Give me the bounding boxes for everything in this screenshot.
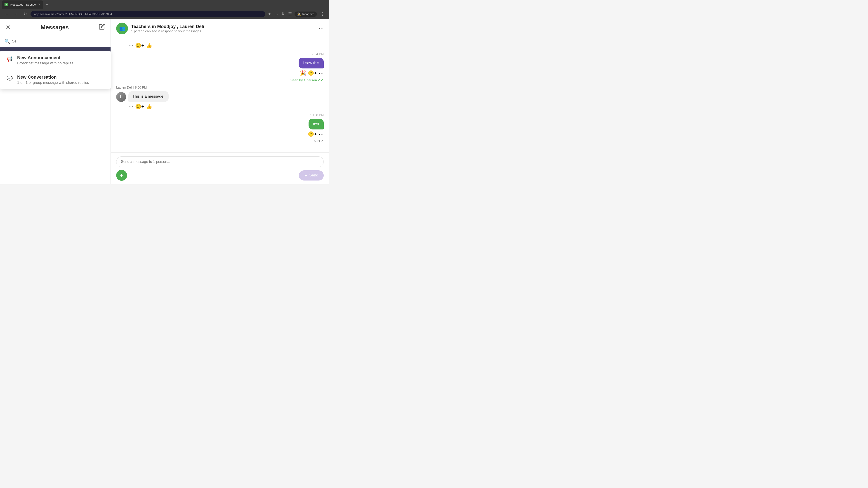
- sent-status-2: Sent ✓: [313, 139, 324, 142]
- chat-header-info: Teachers in Moodjoy , Lauren Deli 1 pers…: [131, 24, 315, 33]
- extensions-icon[interactable]: ⎵: [274, 11, 278, 18]
- close-tab-button[interactable]: ×: [38, 2, 40, 6]
- msg-received-row-2: L This is a message.: [116, 91, 324, 102]
- browser-chrome: S Messages - Seesaw × + ← → ↻ app.seesaw…: [0, 0, 329, 19]
- compose-dropdown: 📢 New Announcement Broadcast message wit…: [0, 51, 111, 89]
- seen-by-text-1: Seen by 1 person: [290, 78, 317, 82]
- message-input-area: + ➤ Send: [111, 153, 329, 184]
- message-sent-1: 7:04 PM I saw this 🎉 🙂+ ⋯ Seen by 1 pers…: [116, 52, 324, 82]
- sent-status-text-2: Sent: [313, 139, 320, 142]
- announcement-text: New Announcement Broadcast message with …: [17, 55, 73, 65]
- chat-area: 👥 Teachers in Moodjoy , Lauren Deli 1 pe…: [111, 19, 329, 184]
- sidebar-icon[interactable]: ☰: [287, 11, 293, 18]
- msg-bubble-sent-1: I saw this: [299, 58, 324, 68]
- message-reactions-1: ⋯ 🙂+ 👍: [116, 43, 324, 48]
- sidebar: ✕ Messages 🔍 📢 New Announcement Broadcas…: [0, 19, 111, 184]
- sidebar-title: Messages: [41, 24, 69, 31]
- navigation-bar: ← → ↻ app.seesaw.me/c/conv.01HR4FNQSKJRF…: [0, 9, 329, 19]
- thumbs-up-reaction-2[interactable]: 👍: [146, 104, 152, 109]
- tab-bar: S Messages - Seesaw × +: [0, 0, 329, 9]
- send-button[interactable]: ➤ Send: [299, 170, 324, 181]
- new-conversation-option[interactable]: 💬 New Conversation 1-on-1 or group messa…: [0, 70, 111, 89]
- more-reaction-button-2[interactable]: ⋯: [128, 104, 133, 109]
- message-reactions-2: ⋯ 🙂+ 👍: [116, 104, 324, 109]
- tab-favicon: S: [4, 3, 8, 6]
- new-announcement-option[interactable]: 📢 New Announcement Broadcast message wit…: [0, 51, 111, 70]
- conversation-text: New Conversation 1-on-1 or group message…: [17, 74, 89, 85]
- thumbs-up-reaction-1[interactable]: 👍: [146, 43, 152, 48]
- msg-time-1: 7:04 PM: [312, 52, 324, 56]
- forward-button[interactable]: →: [12, 11, 20, 18]
- sidebar-header: ✕ Messages: [0, 19, 111, 36]
- message-input-actions: + ➤ Send: [116, 170, 324, 181]
- smile-reaction-2[interactable]: 🙂+: [308, 131, 317, 137]
- party-reaction-1[interactable]: 🎉: [300, 70, 306, 76]
- compose-button[interactable]: [99, 24, 105, 31]
- announcement-subtitle: Broadcast message with no replies: [17, 61, 73, 65]
- add-reaction-button-2[interactable]: 🙂+: [135, 104, 144, 109]
- chat-header-avatar: 👥: [116, 23, 128, 34]
- smile-reaction-1[interactable]: 🙂+: [308, 70, 317, 76]
- address-bar[interactable]: app.seesaw.me/c/conv.01HR4FNQSKJRF4332PS…: [31, 11, 265, 17]
- chat-title: Teachers in Moodjoy , Lauren Deli: [131, 24, 315, 29]
- more-reaction-sent-2[interactable]: ⋯: [319, 131, 324, 137]
- more-options-button[interactable]: ⋮: [319, 11, 327, 18]
- msg-bubble-received-2: This is a message.: [128, 91, 168, 102]
- add-attachment-button[interactable]: +: [116, 170, 127, 181]
- chat-subtitle: 1 person can see & respond to your messa…: [131, 29, 315, 33]
- app-container: ✕ Messages 🔍 📢 New Announcement Broadcas…: [0, 19, 329, 184]
- back-button[interactable]: ←: [3, 11, 10, 18]
- msg-bubble-sent-2: test: [309, 119, 324, 129]
- bookmark-icon[interactable]: ★: [267, 11, 272, 18]
- msg-sent-reactions-1: 🎉 🙂+ ⋯: [300, 70, 324, 76]
- message-sent-2: 10:08 PM test 🙂+ ⋯ Sent ✓: [116, 113, 324, 142]
- conversation-title: New Conversation: [17, 74, 89, 80]
- msg-time-2: 10:08 PM: [310, 113, 324, 117]
- announcement-title: New Announcement: [17, 55, 73, 60]
- send-icon: ➤: [304, 173, 307, 178]
- search-bar: 🔍: [0, 36, 111, 47]
- sent-checkmark-2: ✓: [321, 139, 324, 142]
- message-input[interactable]: [116, 156, 324, 167]
- announcement-icon: 📢: [5, 55, 13, 63]
- msg-sender-info-2: Lauren Deli | 8:00 PM: [116, 86, 324, 89]
- incognito-label: Incognito: [302, 12, 314, 16]
- incognito-icon: 🕵: [297, 12, 301, 16]
- send-label: Send: [309, 173, 318, 177]
- new-tab-button[interactable]: +: [44, 1, 50, 8]
- more-reaction-button-1[interactable]: ⋯: [128, 43, 133, 48]
- messages-container: ⋯ 🙂+ 👍 7:04 PM I saw this 🎉 🙂+ ⋯ Seen by…: [111, 38, 329, 153]
- url-text: app.seesaw.me/c/conv.01HR4FNQSKJRF4332PS…: [34, 12, 112, 16]
- close-sidebar-button[interactable]: ✕: [5, 24, 11, 31]
- msg-sent-reactions-2: 🙂+ ⋯: [308, 131, 324, 137]
- msg-avatar-2: L: [116, 92, 126, 102]
- message-received-2: Lauren Deli | 8:00 PM L This is a messag…: [116, 86, 324, 109]
- search-icon: 🔍: [4, 39, 10, 44]
- download-icon[interactable]: ⇓: [280, 11, 285, 18]
- chat-header: 👥 Teachers in Moodjoy , Lauren Deli 1 pe…: [111, 19, 329, 38]
- chat-menu-button[interactable]: ⋯: [319, 26, 324, 31]
- more-reaction-sent-1[interactable]: ⋯: [319, 70, 324, 76]
- tab-title: Messages - Seesaw: [10, 3, 36, 6]
- message-received-1: ⋯ 🙂+ 👍: [116, 43, 324, 48]
- search-input[interactable]: [12, 39, 106, 43]
- conversation-icon: 💬: [5, 74, 13, 83]
- add-reaction-button-1[interactable]: 🙂+: [135, 43, 144, 48]
- conversation-subtitle: 1-on-1 or group message with shared repl…: [17, 80, 89, 85]
- seen-checkmark-1: ✓✓: [318, 78, 324, 82]
- active-tab[interactable]: S Messages - Seesaw ×: [2, 0, 43, 8]
- reload-button[interactable]: ↻: [22, 11, 29, 18]
- seen-by-1: Seen by 1 person ✓✓: [290, 78, 324, 82]
- incognito-badge: 🕵 Incognito: [294, 11, 317, 17]
- nav-actions: ★ ⎵ ⇓ ☰: [267, 11, 293, 18]
